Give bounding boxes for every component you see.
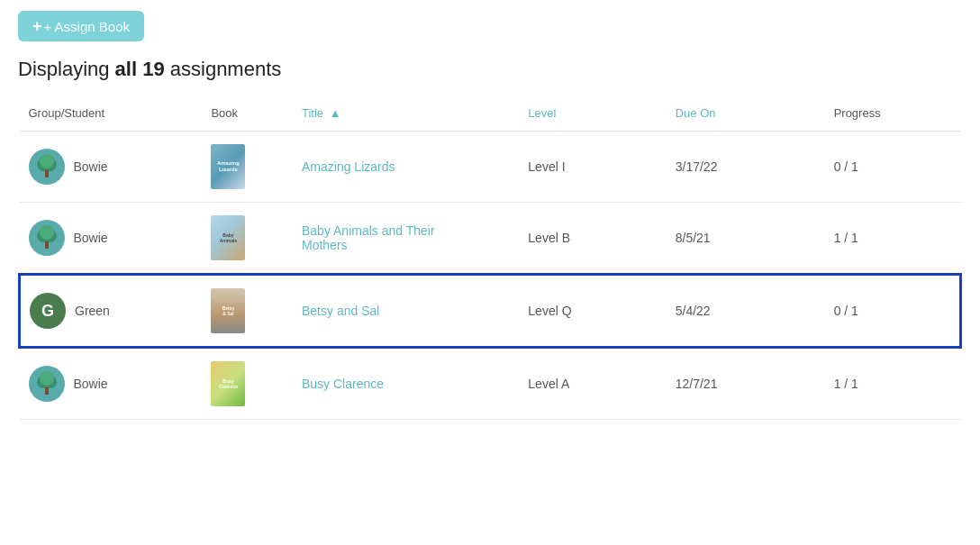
col-title[interactable]: Title ▲ xyxy=(293,95,519,132)
level-value: Level B xyxy=(528,231,570,245)
title-link[interactable]: Baby Animals and Their Mothers xyxy=(302,223,446,252)
progress-value: 1 / 1 xyxy=(834,377,858,391)
page-wrapper: + + Assign Book Displaying all 19 assign… xyxy=(0,0,980,545)
col-progress: Progress xyxy=(825,95,961,132)
cell-due: 12/7/21 xyxy=(667,348,825,420)
due-date-value: 3/17/22 xyxy=(676,159,718,174)
title-link[interactable]: Betsy and Sal xyxy=(302,304,446,318)
student-name: Bowie xyxy=(74,159,108,174)
due-date-value: 8/5/21 xyxy=(676,231,711,245)
student-name: Bowie xyxy=(74,231,108,245)
svg-point-10 xyxy=(40,225,54,240)
page-title: Displaying all 19 assignments xyxy=(18,58,962,81)
student-cell: Bowie xyxy=(29,220,194,256)
book-cover: BabyAnimals xyxy=(211,215,245,260)
col-due-on[interactable]: Due On xyxy=(667,95,825,132)
cell-title: Baby Animals and Their Mothers xyxy=(293,203,519,275)
tree-avatar-svg xyxy=(31,368,63,400)
header-row: Group/Student Book Title ▲ Level Due On … xyxy=(20,95,961,132)
assign-book-label: + Assign Book xyxy=(44,19,130,34)
cell-level: Level Q xyxy=(519,275,666,348)
cell-level: Level B xyxy=(519,203,666,275)
title-link[interactable]: Amazing Lizards xyxy=(302,159,446,174)
student-cell: Bowie xyxy=(29,366,194,402)
student-name: Bowie xyxy=(74,377,108,391)
svg-point-4 xyxy=(40,154,54,168)
cell-student: G Green xyxy=(20,275,203,348)
cell-title: Betsy and Sal xyxy=(293,275,519,348)
student-cell: G Green xyxy=(30,293,193,329)
table-header: Group/Student Book Title ▲ Level Due On … xyxy=(20,95,961,132)
cell-progress: 1 / 1 xyxy=(825,348,961,420)
tree-avatar-svg xyxy=(31,222,63,254)
title-link[interactable]: Busy Clarence xyxy=(302,377,446,391)
avatar-letter: G xyxy=(30,293,66,329)
cell-title: Amazing Lizards xyxy=(293,132,519,203)
cell-due: 8/5/21 xyxy=(667,203,825,275)
book-cover: AmazingLizards xyxy=(211,144,245,189)
due-date-value: 12/7/21 xyxy=(676,377,718,391)
svg-point-16 xyxy=(40,371,54,386)
book-cover: Betsy& Sal xyxy=(211,288,245,333)
tree-avatar-svg xyxy=(31,150,63,183)
col-book: Book xyxy=(202,95,293,132)
cell-progress: 1 / 1 xyxy=(825,203,961,275)
cell-student: Bowie xyxy=(20,203,203,275)
progress-value: 1 / 1 xyxy=(834,231,858,245)
table-row-highlighted: G Green Betsy& Sal Betsy and Sal Level Q xyxy=(20,275,961,348)
cell-level: Level A xyxy=(519,348,666,420)
svg-rect-17 xyxy=(45,387,49,395)
cell-book: Betsy& Sal xyxy=(202,275,293,348)
level-value: Level A xyxy=(528,377,569,391)
table-row: Bowie BusyClarence Busy Clarence Level A… xyxy=(20,348,961,420)
assignment-count-bold: all 19 xyxy=(115,58,165,80)
table-row: Bowie AmazingLizards Amazing Lizards Lev… xyxy=(20,132,961,203)
title-sort-arrow: ▲ xyxy=(330,106,341,120)
cell-book: BusyClarence xyxy=(202,348,293,420)
avatar xyxy=(29,149,65,185)
book-cover: BusyClarence xyxy=(211,361,245,406)
cell-due: 3/17/22 xyxy=(667,132,825,203)
plus-icon: + xyxy=(32,18,42,34)
svg-rect-5 xyxy=(45,170,49,177)
due-date-value: 5/4/22 xyxy=(676,304,711,318)
cell-progress: 0 / 1 xyxy=(825,275,961,348)
level-value: Level Q xyxy=(528,304,571,318)
cell-student: Bowie xyxy=(20,132,203,203)
table-row: Bowie BabyAnimals Baby Animals and Their… xyxy=(20,203,961,275)
svg-rect-11 xyxy=(45,241,49,249)
cell-book: AmazingLizards xyxy=(202,132,293,203)
avatar xyxy=(29,220,65,256)
assign-book-button[interactable]: + + Assign Book xyxy=(18,11,144,41)
cell-student: Bowie xyxy=(20,348,203,420)
student-name: Green xyxy=(75,304,110,318)
cell-title: Busy Clarence xyxy=(293,348,519,420)
col-group-student: Group/Student xyxy=(20,95,203,132)
progress-value: 0 / 1 xyxy=(834,304,858,318)
cell-due: 5/4/22 xyxy=(667,275,825,348)
cell-level: Level I xyxy=(519,132,666,203)
cell-book: BabyAnimals xyxy=(202,203,293,275)
cell-progress: 0 / 1 xyxy=(825,132,961,203)
assignments-table: Group/Student Book Title ▲ Level Due On … xyxy=(18,95,962,420)
col-level[interactable]: Level xyxy=(519,95,666,132)
student-cell: Bowie xyxy=(29,149,194,185)
avatar xyxy=(29,366,65,402)
table-body: Bowie AmazingLizards Amazing Lizards Lev… xyxy=(20,132,961,420)
progress-value: 0 / 1 xyxy=(834,159,858,174)
level-value: Level I xyxy=(528,159,565,174)
